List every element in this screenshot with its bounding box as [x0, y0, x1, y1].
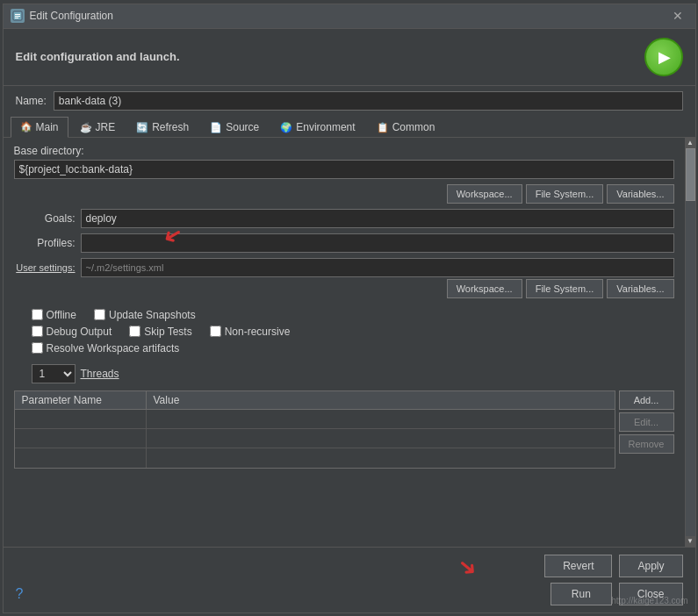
- update-snapshots-checkbox-item[interactable]: Update Snapshots: [94, 309, 196, 321]
- table-row[interactable]: [15, 429, 615, 448]
- scrollbar[interactable]: ▲ ▼: [685, 138, 695, 547]
- refresh-tab-icon: 🔄: [136, 122, 148, 133]
- skip-tests-checkbox-item[interactable]: Skip Tests: [129, 326, 191, 338]
- dialog-title: Edit Configuration: [30, 10, 113, 22]
- main-tab-label: Main: [36, 121, 59, 133]
- skip-tests-checkbox[interactable]: [129, 326, 140, 337]
- jre-tab-label: JRE: [96, 121, 116, 133]
- resolve-workspace-checkbox-item[interactable]: Resolve Workspace artifacts: [32, 342, 180, 355]
- header-text: Edit configuration and launch.: [16, 50, 180, 63]
- table-cell-value-2: [147, 448, 615, 468]
- debug-output-label: Debug Output: [47, 326, 112, 338]
- offline-label: Offline: [47, 309, 76, 321]
- resolve-workspace-label: Resolve Workspace artifacts: [47, 342, 180, 355]
- dialog-close-button[interactable]: Close: [619, 583, 683, 605]
- profiles-row: Profiles:: [14, 233, 674, 253]
- scroll-track[interactable]: [686, 148, 695, 536]
- base-directory-btn-row: Workspace... File System... Variables...: [14, 184, 674, 204]
- checkbox-row-1: Offline Update Snapshots: [32, 309, 674, 321]
- title-bar: Edit Configuration ✕: [4, 4, 695, 29]
- main-tab-icon: 🏠: [20, 121, 32, 133]
- source-tab-label: Source: [226, 121, 259, 133]
- name-input[interactable]: [54, 91, 683, 111]
- tab-main[interactable]: 🏠 Main: [11, 117, 68, 138]
- footer-row-1: Revert Apply: [16, 555, 683, 577]
- jre-tab-icon: ☕: [80, 122, 92, 133]
- revert-button[interactable]: Revert: [544, 555, 612, 577]
- footer-row-2: ? Run Close: [16, 583, 683, 605]
- tab-refresh[interactable]: 🔄 Refresh: [126, 117, 198, 138]
- table-section: Parameter Name Value: [14, 390, 674, 472]
- filesystem-btn-2[interactable]: File System...: [526, 279, 604, 298]
- param-name-header: Parameter Name: [15, 391, 147, 409]
- help-icon[interactable]: ?: [16, 586, 24, 602]
- offline-checkbox[interactable]: [32, 309, 43, 320]
- goals-row: Goals:: [14, 209, 674, 228]
- base-directory-input[interactable]: [14, 160, 674, 179]
- name-row: Name:: [4, 86, 695, 116]
- table-cell-name-1: [15, 429, 147, 448]
- name-label: Name:: [16, 95, 47, 107]
- debug-output-checkbox-item[interactable]: Debug Output: [32, 326, 112, 338]
- svg-rect-2: [15, 16, 20, 17]
- filesystem-btn-1[interactable]: File System...: [526, 184, 604, 204]
- edit-button[interactable]: Edit...: [619, 412, 674, 432]
- threads-row: 1 2 4 Threads: [14, 364, 674, 383]
- non-recursive-label: Non-recursive: [225, 326, 291, 338]
- main-content: Base directory: Workspace... File System…: [4, 138, 695, 547]
- content-area: Base directory: Workspace... File System…: [4, 138, 685, 547]
- user-settings-label: User settings:: [14, 262, 76, 273]
- variables-btn-2[interactable]: Variables...: [607, 279, 673, 298]
- threads-select[interactable]: 1 2 4: [32, 364, 76, 383]
- tab-common[interactable]: 📋 Common: [367, 117, 445, 138]
- environment-tab-icon: 🌍: [280, 122, 292, 133]
- scroll-thumb[interactable]: [686, 148, 695, 201]
- scroll-down-btn[interactable]: ▼: [686, 536, 695, 547]
- user-settings-input[interactable]: [81, 258, 674, 277]
- run-button[interactable]: Run: [550, 583, 612, 605]
- close-button[interactable]: ✕: [667, 7, 688, 25]
- update-snapshots-label: Update Snapshots: [109, 309, 196, 321]
- remove-button[interactable]: Remove: [619, 434, 674, 454]
- tab-jre[interactable]: ☕ JRE: [70, 117, 126, 138]
- resolve-workspace-checkbox[interactable]: [32, 342, 43, 354]
- play-button[interactable]: [644, 38, 683, 76]
- parameter-table: Parameter Name Value: [14, 390, 615, 469]
- debug-output-checkbox[interactable]: [32, 326, 43, 337]
- table-cell-name-2: [15, 448, 147, 468]
- checkbox-row-3: Resolve Workspace artifacts: [32, 342, 674, 355]
- header-area: Edit configuration and launch.: [4, 29, 695, 86]
- update-snapshots-checkbox[interactable]: [94, 309, 105, 320]
- source-tab-icon: 📄: [210, 122, 222, 133]
- checkbox-row-2: Debug Output Skip Tests Non-recursive: [32, 326, 674, 338]
- goals-input[interactable]: [81, 209, 674, 228]
- table-row[interactable]: [15, 448, 615, 468]
- non-recursive-checkbox-item[interactable]: Non-recursive: [210, 326, 291, 338]
- offline-checkbox-item[interactable]: Offline: [32, 309, 76, 321]
- profiles-label: Profiles:: [14, 237, 76, 249]
- common-tab-icon: 📋: [377, 122, 389, 133]
- user-settings-btn-row: Workspace... File System... Variables...: [14, 279, 674, 298]
- table-buttons: Add... Edit... Remove: [619, 390, 674, 454]
- goals-label: Goals:: [14, 212, 76, 225]
- tabs-bar: 🏠 Main ☕ JRE 🔄 Refresh 📄 Source 🌍 Enviro…: [4, 116, 695, 138]
- base-directory-label: Base directory:: [14, 145, 674, 157]
- profiles-input[interactable]: [81, 233, 674, 253]
- tab-environment[interactable]: 🌍 Environment: [270, 117, 364, 138]
- apply-button[interactable]: Apply: [619, 555, 682, 577]
- add-button[interactable]: Add...: [619, 390, 674, 410]
- common-tab-label: Common: [392, 121, 435, 133]
- workspace-btn-2[interactable]: Workspace...: [447, 279, 522, 298]
- user-settings-row: User settings:: [14, 258, 674, 277]
- non-recursive-checkbox[interactable]: [210, 326, 221, 337]
- tab-source[interactable]: 📄 Source: [200, 117, 269, 138]
- skip-tests-label: Skip Tests: [144, 326, 191, 338]
- scroll-up-btn[interactable]: ▲: [686, 138, 695, 148]
- variables-btn-1[interactable]: Variables...: [607, 184, 673, 204]
- table-cell-value-0: [147, 410, 615, 428]
- table-row[interactable]: [15, 410, 615, 429]
- workspace-btn-1[interactable]: Workspace...: [447, 184, 522, 204]
- footer-area: Revert Apply ? Run Close: [4, 547, 695, 612]
- environment-tab-label: Environment: [296, 121, 355, 133]
- table-cell-value-1: [147, 429, 615, 448]
